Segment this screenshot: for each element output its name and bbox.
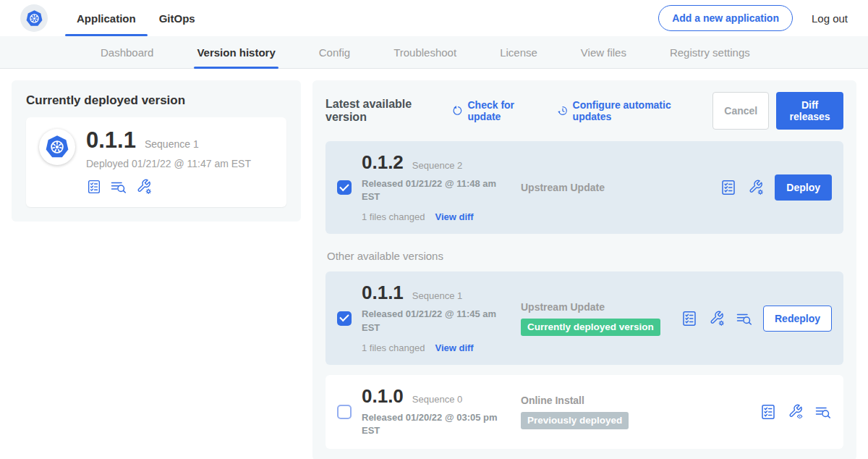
released-timestamp: Released 01/20/22 @ 03:05 pm EST [362,411,502,437]
version-source: Online Install Previously deployed [515,395,760,429]
version-info: 0.1.1 Sequence 1 Released 01/21/22 @ 11:… [362,283,515,353]
top-nav: Application GitOps Add a new application… [0,0,868,36]
schedule-icon [557,104,569,117]
version-number: 0.1.2 [362,153,404,172]
preflight-checklist-icon[interactable] [720,179,737,196]
source-label: Upstream Update [521,301,681,313]
tab-application[interactable]: Application [65,0,148,36]
previously-deployed-badge: Previously deployed [521,412,629,429]
files-changed-label: 1 files changed [362,342,425,353]
currently-deployed-panel: Currently deployed version 0.1.1 Sequenc… [12,80,301,222]
add-new-application-button[interactable]: Add a new application [658,5,793,31]
sequence-label: Sequence 1 [412,290,462,301]
currently-deployed-badge: Currently deployed version [521,319,660,336]
tab-view-files-label: View files [581,46,626,59]
latest-available-header: Latest available version Check for updat… [326,92,843,130]
source-label: Online Install [521,395,760,406]
released-timestamp: Released 01/21/22 @ 11:48 am EST [362,177,502,203]
main-content: Currently deployed version 0.1.1 Sequenc… [0,69,868,459]
sequence-label: Sequence 0 [412,394,462,405]
top-nav-right: Add a new application Log out [658,5,848,31]
released-timestamp: Released 01/21/22 @ 11:45 am EST [362,308,502,334]
version-number: 0.1.1 [362,283,404,302]
view-diff-link[interactable]: View diff [435,211,473,222]
preflight-checklist-icon[interactable] [760,403,777,421]
top-tabs: Application GitOps [65,0,207,36]
tab-registry-settings-label: Registry settings [670,46,750,59]
tab-gitops[interactable]: GitOps [148,0,207,36]
tab-troubleshoot[interactable]: Troubleshoot [393,36,456,69]
kubernetes-logo-icon [20,4,48,32]
view-diff-link[interactable]: View diff [435,342,473,353]
version-info: 0.1.0 Sequence 0 Released 01/20/22 @ 03:… [362,387,515,437]
tab-license[interactable]: License [500,36,537,69]
version-row-0-1-2: 0.1.2 Sequence 2 Released 01/21/22 @ 11:… [326,141,843,234]
files-changed-label: 1 files changed [362,211,425,222]
app-sub-nav: Dashboard Version history Config Trouble… [0,36,868,69]
check-for-update-label: Check for update [468,99,541,122]
deploy-logs-icon[interactable] [736,310,753,327]
tab-version-history-label: Version history [197,46,275,59]
edit-config-icon[interactable] [747,179,765,196]
currently-deployed-title: Currently deployed version [26,93,286,108]
other-versions-title: Other available versions [327,250,842,262]
check-for-update-link[interactable]: Check for update [452,99,541,122]
version-source: Upstream Update [515,182,720,193]
tab-license-label: License [500,46,537,59]
preflight-checklist-icon[interactable] [86,179,102,195]
version-checkbox[interactable] [337,311,352,326]
version-actions [760,403,832,421]
deployed-sequence-label: Sequence 1 [145,138,199,150]
tab-application-label: Application [77,12,136,25]
edit-config-icon[interactable] [135,178,153,195]
tab-config[interactable]: Config [319,36,350,69]
cancel-button[interactable]: Cancel [712,92,769,130]
tab-view-files[interactable]: View files [581,36,626,69]
latest-available-panel: Latest available version Check for updat… [312,80,856,459]
deployed-actions [86,178,251,195]
redeploy-button[interactable]: Redeploy [763,306,832,332]
deploy-button[interactable]: Deploy [775,174,832,201]
diff-releases-button[interactable]: Diff releases [776,92,843,130]
preflight-checklist-icon[interactable] [681,310,698,327]
configure-automatic-updates-label: Configure automatic updates [573,99,697,122]
version-checkbox[interactable] [337,180,352,195]
version-info: 0.1.2 Sequence 2 Released 01/21/22 @ 11:… [362,153,515,222]
tab-version-history[interactable]: Version history [197,36,275,69]
version-actions: Redeploy [681,306,832,332]
tab-dashboard-label: Dashboard [101,46,153,59]
deployed-version-card: 0.1.1 Sequence 1 Deployed 01/21/22 @ 11:… [26,117,286,207]
latest-available-title: Latest available version [326,98,442,124]
view-config-icon[interactable] [787,403,804,421]
version-source: Upstream Update Currently deployed versi… [515,301,681,336]
tab-registry-settings[interactable]: Registry settings [670,36,750,69]
version-number: 0.1.0 [362,387,404,405]
app-kubernetes-icon [39,129,75,165]
deployed-version-info: 0.1.1 Sequence 1 Deployed 01/21/22 @ 11:… [86,129,251,195]
sequence-label: Sequence 2 [412,160,462,171]
tab-dashboard[interactable]: Dashboard [101,36,153,69]
logout-button[interactable]: Log out [812,12,848,25]
version-actions: Deploy [720,174,832,201]
version-row-0-1-1: 0.1.1 Sequence 1 Released 01/21/22 @ 11:… [326,271,843,364]
tab-troubleshoot-label: Troubleshoot [393,46,456,59]
version-checkbox[interactable] [337,405,352,419]
tab-gitops-label: GitOps [159,12,195,25]
deployed-version-number: 0.1.1 [86,129,136,151]
deploy-logs-icon[interactable] [814,403,832,421]
version-row-0-1-0: 0.1.0 Sequence 0 Released 01/20/22 @ 03:… [326,375,843,449]
edit-config-icon[interactable] [708,310,726,327]
deploy-logs-icon[interactable] [110,178,127,195]
refresh-icon [452,104,464,117]
configure-automatic-updates-link[interactable]: Configure automatic updates [557,99,697,122]
diff-controls: Cancel Diff releases [712,92,843,130]
tab-config-label: Config [319,46,350,59]
source-label: Upstream Update [521,182,720,193]
deployed-timestamp: Deployed 01/21/22 @ 11:47 am EST [86,158,251,169]
